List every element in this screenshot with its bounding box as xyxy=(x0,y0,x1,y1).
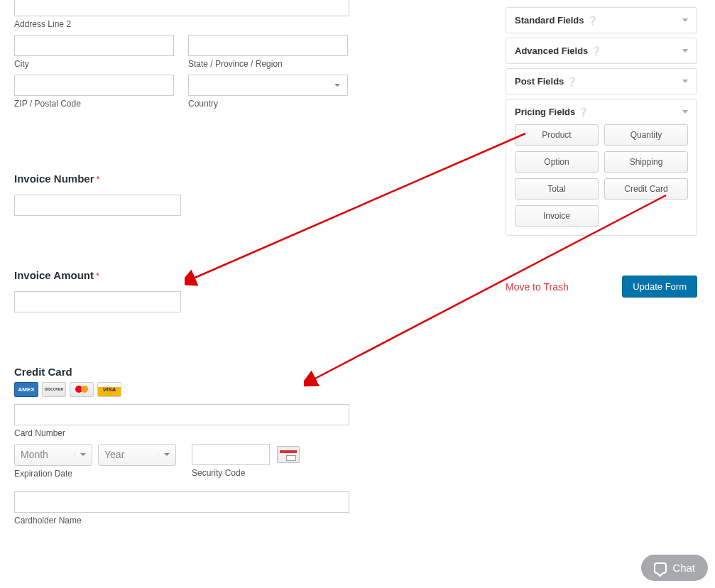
cardholder-name-label: Cardholder Name xyxy=(14,516,355,526)
required-indicator: * xyxy=(96,271,99,281)
total-field-button[interactable]: Total xyxy=(515,178,599,200)
cardholder-name-input[interactable] xyxy=(14,491,349,513)
invoice-field-button[interactable]: Invoice xyxy=(515,205,599,227)
invoice-amount-label: Invoice Amount xyxy=(14,269,94,281)
security-code-icon xyxy=(277,446,300,463)
state-label: State / Province / Region xyxy=(188,59,348,69)
update-form-button[interactable]: Update Form xyxy=(622,276,697,298)
post-fields-section[interactable]: Post Fields ❔ xyxy=(506,68,697,94)
product-field-button[interactable]: Product xyxy=(515,124,599,146)
discover-icon: DISCOVER xyxy=(42,382,66,397)
chevron-down-icon xyxy=(682,110,688,114)
address-line-2-label: Address Line 2 xyxy=(14,19,355,29)
help-icon: ❔ xyxy=(567,77,577,87)
credit-card-label: Credit Card xyxy=(14,366,72,378)
quantity-field-button[interactable]: Quantity xyxy=(604,124,688,146)
chat-widget[interactable]: Chat xyxy=(641,555,708,581)
mastercard-icon xyxy=(70,382,94,397)
card-number-input[interactable] xyxy=(14,404,349,425)
city-input[interactable] xyxy=(14,35,174,56)
invoice-number-input[interactable] xyxy=(14,195,181,216)
help-icon: ❔ xyxy=(591,46,601,56)
chat-label: Chat xyxy=(672,562,695,574)
chevron-down-icon xyxy=(682,49,688,53)
invoice-amount-input[interactable] xyxy=(14,291,181,312)
card-number-label: Card Number xyxy=(14,428,355,438)
shipping-field-button[interactable]: Shipping xyxy=(604,151,688,173)
country-select[interactable] xyxy=(188,75,348,96)
required-indicator: * xyxy=(97,174,100,185)
credit-card-field-button[interactable]: Credit Card xyxy=(604,178,688,200)
expiration-month-select[interactable]: Month xyxy=(14,444,92,466)
zip-input[interactable] xyxy=(14,75,174,96)
expiration-year-select[interactable]: Year xyxy=(98,444,176,466)
pricing-fields-section: Pricing Fields ❔ Product Quantity Option… xyxy=(506,99,697,236)
visa-icon: VISA xyxy=(97,382,121,397)
expiration-label: Expiration Date xyxy=(14,469,176,479)
country-label: Country xyxy=(188,99,348,109)
help-icon: ❔ xyxy=(587,16,598,26)
security-code-label: Security Code xyxy=(192,468,300,478)
help-icon: ❔ xyxy=(578,107,589,117)
chat-icon xyxy=(654,562,667,574)
option-field-button[interactable]: Option xyxy=(515,151,599,173)
section-title: Pricing Fields xyxy=(515,107,575,117)
address-line-1-input[interactable] xyxy=(14,0,349,16)
section-title: Standard Fields xyxy=(515,15,584,26)
security-code-input[interactable] xyxy=(192,444,270,465)
chevron-down-icon xyxy=(682,80,688,83)
amex-icon: AMEX xyxy=(14,382,38,397)
move-to-trash-link[interactable]: Move to Trash xyxy=(506,281,569,293)
standard-fields-section[interactable]: Standard Fields ❔ xyxy=(506,7,697,33)
chevron-down-icon xyxy=(682,18,688,22)
city-label: City xyxy=(14,59,174,69)
advanced-fields-section[interactable]: Advanced Fields ❔ xyxy=(506,38,697,64)
zip-label: ZIP / Postal Code xyxy=(14,99,174,109)
section-title: Advanced Fields xyxy=(515,45,588,56)
section-title: Post Fields xyxy=(515,76,564,87)
invoice-number-label: Invoice Number xyxy=(14,173,94,185)
state-input[interactable] xyxy=(188,35,348,56)
